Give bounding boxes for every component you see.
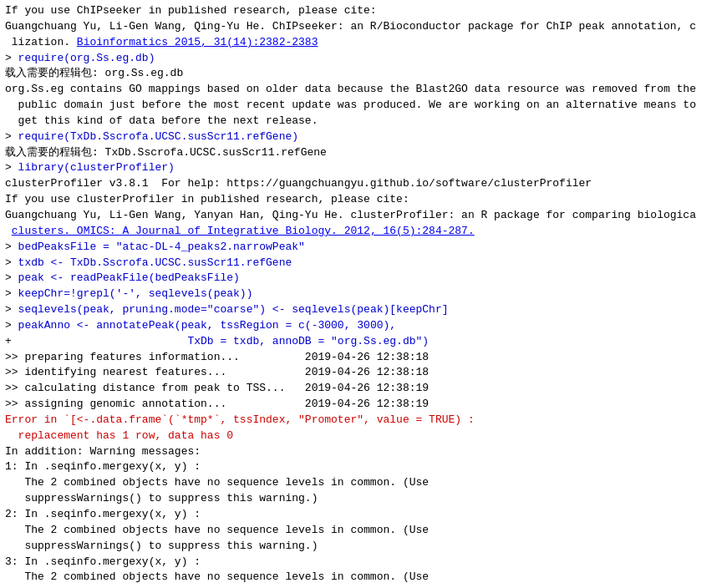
console-line: Guangchuang Yu, Li-Gen Wang, Qing-Yu He.… xyxy=(5,19,717,35)
console-line: 1: In .seqinfo.mergexy(x, y) : xyxy=(5,459,717,475)
console-line: Error in `[<-.data.frame`(`*tmp*`, tssIn… xyxy=(5,413,717,428)
console-line: 载入需要的程辑包: TxDb.Sscrofa.UCSC.susScr11.ref… xyxy=(5,145,717,161)
console-line: If you use clusterProfiler in published … xyxy=(5,192,717,208)
console-line: public domain just before the most recen… xyxy=(5,98,717,114)
console-line: > txdb <- TxDb.Sscrofa.UCSC.susScr11.ref… xyxy=(5,256,717,271)
console-line: 载入需要的程辑包: org.Ss.eg.db xyxy=(5,66,717,82)
console-line: The 2 combined objects have no sequence … xyxy=(5,570,717,585)
console-line: > library(clusterProfiler) xyxy=(5,160,717,176)
console-line: replacement has 1 row, data has 0 xyxy=(5,428,717,444)
console-line: + TxDb = txdb, annoDB = "org.Ss.eg.db") xyxy=(5,334,717,350)
console-line: Guangchuang Yu, Li-Gen Wang, Yanyan Han,… xyxy=(5,208,717,224)
console-line: > peak <- readPeakFile(bedPeaksFile) xyxy=(5,271,717,286)
console-line: >> identifying nearest features... 2019-… xyxy=(5,365,717,381)
console-line: >> preparing features information... 201… xyxy=(5,350,717,366)
console-line: 2: In .seqinfo.mergexy(x, y) : xyxy=(5,507,717,523)
console-line: org.Ss.eg contains GO mappings based on … xyxy=(5,82,717,98)
console-line: If you use ChIPseeker in published resea… xyxy=(5,3,717,19)
console-line: > peakAnno <- annotatePeak(peak, tssRegi… xyxy=(5,318,717,334)
console-line: The 2 combined objects have no sequence … xyxy=(5,523,717,539)
console-line: clusters. OMICS: A Journal of Integrativ… xyxy=(5,224,717,240)
console-line: suppressWarnings() to suppress this warn… xyxy=(5,539,717,555)
console-line: > seqlevels(peak, pruning.mode="coarse")… xyxy=(5,302,717,318)
console-line: > require(org.Ss.eg.db) xyxy=(5,51,717,67)
console-line: clusterProfiler v3.8.1 For help: https:/… xyxy=(5,176,717,192)
console-output: If you use ChIPseeker in published resea… xyxy=(0,0,722,588)
console-line: The 2 combined objects have no sequence … xyxy=(5,475,717,491)
console-line: In addition: Warning messages: xyxy=(5,444,717,460)
console-line: get this kind of data before the next re… xyxy=(5,114,717,129)
console-line: >> assigning genomic annotation... 2019-… xyxy=(5,397,717,413)
console-line: >> calculating distance from peak to TSS… xyxy=(5,381,717,397)
console-line: suppressWarnings() to suppress this warn… xyxy=(5,491,717,507)
console-line: 3: In .seqinfo.mergexy(x, y) : xyxy=(5,555,717,570)
console-line: > bedPeaksFile = "atac-DL-4_peaks2.narro… xyxy=(5,240,717,256)
console-line: > require(TxDb.Sscrofa.UCSC.susScr11.ref… xyxy=(5,129,717,145)
console-line: lization. Bioinformatics 2015, 31(14):23… xyxy=(5,35,717,51)
console-line: > keepChr=!grepl('-', seqlevels(peak)) xyxy=(5,286,717,302)
